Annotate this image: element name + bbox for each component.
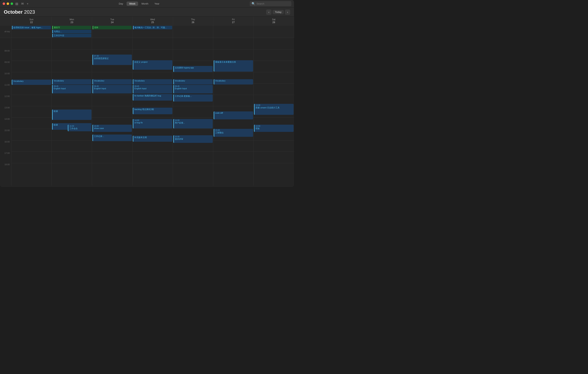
time-scroll-area[interactable]: 08:00 09:00 10:00 11:00 12:00 13:00 14:0… — [0, 38, 294, 187]
all-day-cell-tue24: 霜降 — [92, 25, 132, 38]
day-header-wed25: Wed 25 — [132, 17, 173, 25]
all-day-label: all-day — [0, 25, 11, 38]
event-fri27-board-task[interactable]: 看板显示未来重复任务 — [214, 60, 253, 72]
all-day-cell-fri27 — [213, 25, 254, 38]
titlebar: ▤ ✉ + Day Week Month Year 🔍 — [0, 0, 294, 8]
time-column: 08:00 09:00 10:00 11:00 12:00 13:00 14:0… — [0, 38, 11, 186]
today-button[interactable]: Today — [273, 10, 284, 14]
all-day-cell-thu26 — [173, 25, 213, 38]
all-day-event[interactable]: 工作日午后 — [52, 34, 91, 37]
tab-month[interactable]: Month — [139, 1, 151, 6]
day-col-wed25[interactable]: 自定义 project Vocabulary 09:45 English Inp… — [132, 38, 173, 186]
close-button[interactable] — [3, 2, 5, 5]
tab-week[interactable]: Week — [126, 1, 138, 6]
event-fri27-vocabulary[interactable]: Vocabulary — [214, 79, 253, 85]
search-input[interactable] — [256, 2, 289, 5]
day-headers: Sun 22 Mon 23 Tue 24 Wed 25 Thu 26 Fri 2… — [0, 17, 294, 25]
all-day-row: all-day 处理积压的 issue，修复 Agen... 重阳节 与周云..… — [0, 25, 294, 38]
minimize-button[interactable] — [7, 2, 9, 5]
event-tue24-record[interactable]: 工作记录... — [93, 135, 132, 141]
event-mon23-vocabulary[interactable]: Vocabulary — [52, 79, 92, 85]
time-16: 16:00 — [0, 140, 11, 151]
event-tue24-showcase[interactable]: 16:00 show case — [93, 125, 132, 132]
calendar-container: Sun 22 Mon 23 Tue 24 Wed 25 Thu 26 Fri 2… — [0, 17, 294, 187]
event-mon23-liantiao1[interactable]: 联调 — [52, 109, 92, 120]
event-thu26-english-input[interactable]: 09:45 English Input — [173, 85, 213, 93]
add-icon[interactable]: + — [27, 2, 28, 5]
month-title: October 2023 — [4, 9, 35, 15]
all-day-event[interactable]: 霜降 — [93, 26, 132, 29]
all-day-cell-sat28 — [254, 25, 294, 38]
all-day-event[interactable]: 处理积压的 issue，修复 Agen... — [12, 26, 51, 29]
event-sat28-lifa[interactable]: 16:00 理发 — [254, 125, 294, 132]
prev-button[interactable]: ‹ — [266, 10, 272, 15]
maximize-button[interactable] — [10, 2, 13, 5]
time-13: 13:00 — [0, 106, 11, 118]
time-18: 18:00 — [0, 163, 11, 174]
event-sun22-vocabulary[interactable]: Vocabulary — [12, 80, 51, 85]
day-col-thu26[interactable]: 点击跳转 logseq app Vocabulary 09:45 English… — [173, 38, 213, 186]
tab-year[interactable]: Year — [152, 1, 162, 6]
day-col-fri27[interactable]: 看板显示未来重复任务 Vocabulary code diff 15:00 工期… — [213, 38, 254, 186]
day-col-tue24[interactable]: 07:30 自部督思源笔记 Vocabulary 09:45 English I… — [92, 38, 132, 186]
all-day-event[interactable]: 银河帆先一工瓦比..清，清，可题... — [133, 26, 172, 29]
event-thu26-review[interactable]: 16:00 需求评审 — [173, 135, 213, 143]
titlebar-icons: ▤ ✉ + — [15, 2, 28, 5]
day-header-tue24: Tue 24 — [92, 17, 132, 25]
event-tue24-english-input[interactable]: 09:45 English Input — [93, 85, 132, 93]
search-icon: 🔍 — [252, 2, 255, 5]
time-14: 14:00 — [0, 118, 11, 129]
sidebar-icon[interactable]: ▤ — [15, 2, 18, 5]
time-10: 10:00 — [0, 72, 11, 83]
header-bar: October 2023 ‹ Today › — [0, 8, 294, 17]
time-end — [0, 174, 11, 186]
day-header-sat28: Sat 28 — [254, 17, 294, 25]
tab-day[interactable]: Day — [116, 1, 126, 6]
event-mon23-meeting[interactable]: 16:00 工作会合 — [68, 125, 92, 131]
event-tue24-vocabulary[interactable]: Vocabulary — [93, 79, 132, 85]
event-fri27-code-diff[interactable]: code diff — [214, 111, 253, 119]
event-mon23-english-input[interactable]: 09:45 English Input — [52, 85, 92, 93]
day-col-sat28[interactable]: 13:30 搭建 umami 日志统计工具 16:00 理发 — [254, 38, 294, 186]
event-fri27-estimate[interactable]: 15:00 工期预估 — [214, 129, 253, 137]
time-12: 12:00 — [0, 95, 11, 106]
time-grid: 08:00 09:00 10:00 11:00 12:00 13:00 14:0… — [0, 38, 294, 186]
all-day-cell-mon23: 重阳节 与周云... 工作日午后 — [52, 25, 92, 38]
event-wed25-project[interactable]: 自定义 project — [133, 60, 172, 70]
event-thu26-board[interactable]: 工作记录-更新板... — [173, 94, 213, 102]
time-08: 08:00 — [0, 49, 11, 61]
event-sat28-umami[interactable]: 13:30 搭建 umami 日志统计工具 — [254, 104, 294, 115]
day-col-mon23[interactable]: Vocabulary 09:45 English Input 联调 联调 16:… — [52, 38, 92, 186]
app-window: ▤ ✉ + Day Week Month Year 🔍 October 2023… — [0, 0, 294, 187]
event-wed25-ui-bug[interactable]: 14:00 ui bug fix — [133, 119, 172, 128]
day-header-mon23: Mon 23 — [52, 17, 92, 25]
time-11: 11:00 — [0, 83, 11, 95]
time-17: 17:00 — [0, 151, 11, 163]
event-wed25-english-input[interactable]: 09:45 English Input — [133, 85, 172, 93]
time-09: 09:00 — [0, 61, 11, 72]
event-thu26-logseq[interactable]: 点击跳转 logseq app — [173, 66, 213, 72]
event-wed25-kanban-bug[interactable]: fix kanban 拖拽到侧边栏 bug — [133, 94, 172, 101]
all-day-event[interactable]: 重阳节 — [52, 26, 91, 29]
inbox-icon[interactable]: ✉ — [21, 2, 24, 5]
day-header-fri27: Fri 27 — [213, 17, 254, 25]
nav-controls: ‹ Today › — [266, 10, 290, 15]
event-wed25-docs[interactable]: 补充版本文档 — [133, 136, 172, 142]
all-day-event[interactable]: 与周云... — [52, 30, 91, 33]
event-tue24-notes[interactable]: 07:30 自部督思源笔记 — [93, 54, 132, 65]
next-button[interactable]: › — [285, 10, 290, 15]
traffic-lights — [3, 2, 13, 5]
all-day-cell-wed25: 银河帆先一工瓦比..清，清，可题... — [132, 25, 173, 38]
search-bar[interactable]: 🔍 — [250, 1, 291, 6]
day-header-sun22: Sun 22 — [11, 17, 52, 25]
day-col-sun22[interactable]: Vocabulary — [11, 38, 52, 186]
event-wed25-backlog[interactable]: backlog 埋点测试2期 — [133, 108, 172, 114]
event-thu26-feedback[interactable]: 14:00 用户反馈... — [173, 119, 213, 128]
event-thu26-vocabulary[interactable]: Vocabulary — [173, 79, 213, 85]
all-day-cell-sun22: 处理积压的 issue，修复 Agen... — [11, 25, 52, 38]
time-15: 15:00 — [0, 129, 11, 140]
view-tabs: Day Week Month Year — [28, 1, 250, 6]
event-wed25-vocabulary[interactable]: Vocabulary — [133, 79, 172, 85]
day-header-thu26: Thu 26 — [173, 17, 213, 25]
